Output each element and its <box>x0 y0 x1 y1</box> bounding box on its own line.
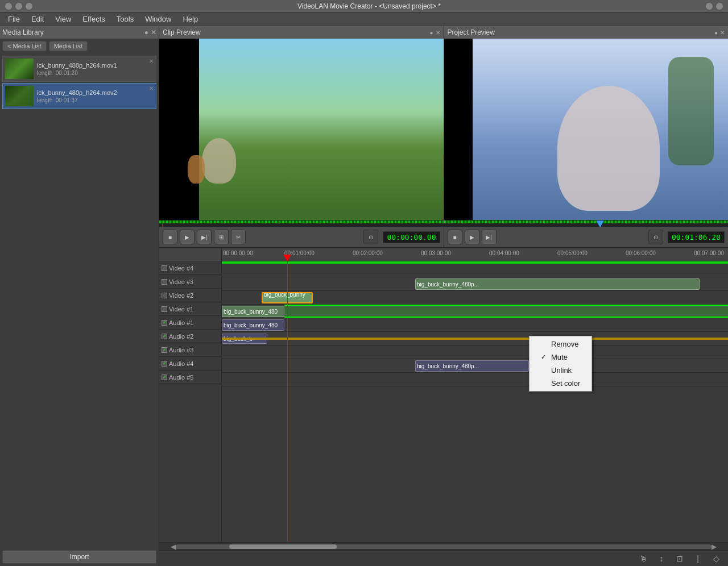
media-library-title: Media Library <box>2 28 44 36</box>
clip-stop-button[interactable]: ■ <box>163 230 177 244</box>
project-preview-close[interactable]: ✕ <box>720 30 725 36</box>
clip-snap-button[interactable]: ⊞ <box>214 230 229 244</box>
ctx-item-setcolor[interactable]: Set color <box>530 377 592 390</box>
track-label-video1-text: Video #1 <box>169 306 193 313</box>
media-close-2[interactable]: ✕ <box>148 85 155 91</box>
clip-scene <box>159 39 444 220</box>
clip-play-button[interactable]: ▶ <box>180 230 195 244</box>
clip-preview-btn1[interactable]: ● <box>429 30 433 36</box>
menu-file[interactable]: File <box>2 14 26 24</box>
ctx-label-setcolor: Set color <box>551 379 580 388</box>
timeline-content[interactable]: 00:00:00:00 00:01:00:00 00:02:00:00 00:0… <box>222 248 728 542</box>
track-label-video1: Video #1 <box>159 302 221 316</box>
track-check-video4[interactable] <box>162 265 167 271</box>
track-labels-header <box>159 248 221 261</box>
ctx-label-mute: Mute <box>551 353 568 361</box>
project-preview-header: Project Preview ● ✕ <box>444 26 729 39</box>
track-row-video3[interactable]: big_buck_bunny_480p... <box>222 277 728 291</box>
clip-audio4[interactable]: big_buck_bunny_480p... <box>415 360 529 372</box>
title-right-btn1[interactable] <box>705 2 713 10</box>
track-row-audio5[interactable] <box>222 373 728 386</box>
track-row-audio1[interactable]: big_buck_bunny_480 <box>222 318 728 332</box>
track-label-video4-text: Video #4 <box>169 265 193 272</box>
media-close-1[interactable]: ✕ <box>148 57 155 64</box>
clip-audio1[interactable]: big_buck_bunny_480 <box>222 319 284 331</box>
track-check-video2[interactable] <box>162 293 167 298</box>
clip-progress-bar[interactable] <box>159 220 444 227</box>
clip-preview-header: Clip Preview ● ✕ <box>159 26 444 39</box>
menu-edit[interactable]: Edit <box>26 14 49 24</box>
status-cursor-icon[interactable]: ↕ <box>655 552 668 565</box>
track-check-video1[interactable] <box>162 306 167 312</box>
menu-effects[interactable]: Effects <box>77 14 111 24</box>
project-preview-btn1[interactable]: ● <box>714 30 718 36</box>
project-progress-bar[interactable] <box>444 220 729 227</box>
project-playhead-triangle <box>596 220 604 227</box>
title-right-btn2[interactable] <box>715 2 723 10</box>
media-library-close-icon[interactable]: ● <box>144 28 148 36</box>
track-check-video3[interactable] <box>162 279 167 285</box>
track-check-audio3[interactable]: ✓ <box>162 347 167 353</box>
scroll-left-arrow[interactable]: ◀ <box>171 543 176 551</box>
ruler-label-0: 00:00:00:00 <box>223 250 253 256</box>
media-library-minimize-icon[interactable]: ✕ <box>151 28 156 36</box>
clip-video1[interactable]: big_buck_bunny_480 <box>222 306 284 317</box>
timeline-area: Video #4 Video #3 Video #2 Video #1 <box>159 248 728 550</box>
ctx-item-remove[interactable]: Remove <box>530 338 592 351</box>
track-row-video4[interactable] <box>222 264 728 277</box>
project-record-button[interactable]: ⊙ <box>648 230 663 244</box>
track-check-audio4[interactable]: ✓ <box>162 361 167 367</box>
ruler-label-6: 00:06:00:00 <box>626 250 656 256</box>
track-row-video2[interactable]: big_buck_bunny ... <box>222 291 728 305</box>
ctx-item-unlink[interactable]: Unlink <box>530 364 592 377</box>
ctx-label-remove: Remove <box>551 340 578 348</box>
scroll-right-arrow[interactable]: ▶ <box>712 543 717 551</box>
menu-view[interactable]: View <box>49 14 77 24</box>
menu-window[interactable]: Window <box>139 14 177 24</box>
track-row-audio4[interactable]: big_buck_bunny_480p... <box>222 359 728 373</box>
tab-media-list-back[interactable]: < Media List <box>2 41 47 51</box>
project-play-button[interactable]: ▶ <box>465 230 479 244</box>
title-bar: VideoLAN Movie Creator - <Unsaved projec… <box>0 0 728 13</box>
thumb-scene-1 <box>5 59 34 79</box>
clip-video3-long[interactable]: big_buck_bunny_480p... <box>415 278 700 290</box>
track-check-audio5[interactable]: ✓ <box>162 374 167 380</box>
track-row-video1[interactable]: big_buck_bunny_480 <box>222 305 728 318</box>
track-row-audio2[interactable]: big_buck_b <box>222 332 728 346</box>
status-split-icon[interactable]: | <box>692 552 704 565</box>
menu-help[interactable]: Help <box>177 14 204 24</box>
clip-record-button[interactable]: ⊙ <box>363 230 378 244</box>
scrollbar-track[interactable] <box>176 544 712 549</box>
minimize-button[interactable] <box>15 2 23 10</box>
media-item-2[interactable]: ick_bunny_480p_h264.mov2 length 00:01:37… <box>2 83 156 109</box>
clip-end-button[interactable]: ▶| <box>197 230 212 244</box>
track-row-audio3[interactable] <box>222 346 728 359</box>
title-right-controls[interactable] <box>705 2 723 10</box>
track-check-audio2[interactable]: ✓ <box>162 334 167 339</box>
maximize-button[interactable] <box>25 2 33 10</box>
project-stop-button[interactable]: ■ <box>448 230 462 244</box>
status-mouse-icon[interactable]: 🖱 <box>637 552 650 565</box>
track-label-video2: Video #2 <box>159 289 221 302</box>
clip-preview-close[interactable]: ✕ <box>436 30 440 36</box>
thumb-scene-2 <box>5 86 34 106</box>
clip-split-button[interactable]: ✂ <box>231 230 246 244</box>
media-item-1[interactable]: ick_bunny_480p_h264.mov1 length 00:01:20… <box>2 56 156 82</box>
ruler-label-7: 00:07:00:00 <box>694 250 724 256</box>
import-button[interactable]: Import <box>2 550 156 564</box>
status-crop-icon[interactable]: ⊡ <box>673 552 686 565</box>
track-check-audio1[interactable]: ✓ <box>162 320 167 326</box>
track-label-audio2: ✓ Audio #2 <box>159 330 221 343</box>
menu-tools[interactable]: Tools <box>111 14 139 24</box>
tab-media-list[interactable]: Media List <box>49 41 88 51</box>
timeline-scrollbar[interactable]: ◀ ▶ <box>159 542 728 550</box>
status-extra-icon[interactable]: ◇ <box>710 552 722 565</box>
window-controls[interactable] <box>5 2 33 10</box>
left-panel: Media Library ● ✕ < Media List Media Lis… <box>0 26 159 566</box>
media-length-1: length 00:01:20 <box>37 70 154 76</box>
close-button[interactable] <box>5 2 13 10</box>
ctx-item-mute[interactable]: ✓ Mute <box>530 351 592 364</box>
scrollbar-thumb[interactable] <box>229 544 336 549</box>
project-end-button[interactable]: ▶| <box>482 230 497 244</box>
ctx-label-unlink: Unlink <box>551 366 572 374</box>
